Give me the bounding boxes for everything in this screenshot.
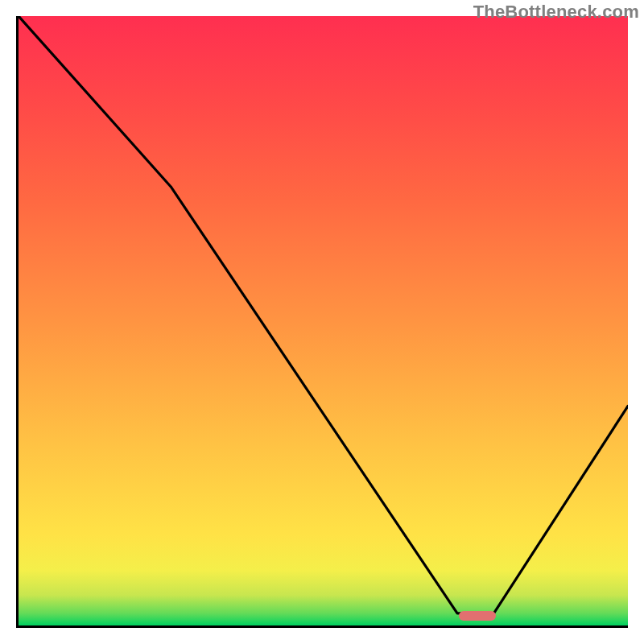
chart-frame: TheBottleneck.com — [0, 0, 644, 644]
optimal-range-marker — [459, 611, 496, 621]
plot-area — [16, 16, 628, 628]
watermark-text: TheBottleneck.com — [473, 2, 639, 23]
bottleneck-curve — [19, 16, 628, 625]
